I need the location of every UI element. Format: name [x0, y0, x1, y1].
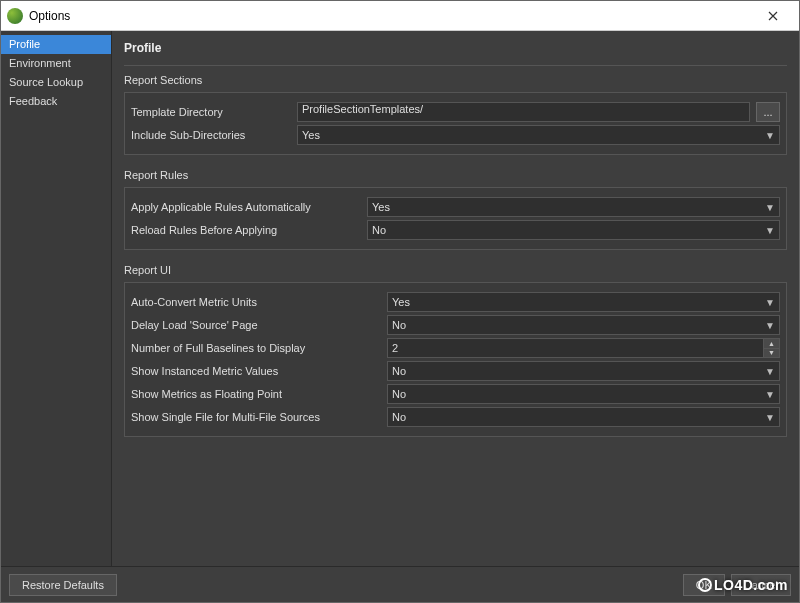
- delay-load-label: Delay Load 'Source' Page: [131, 319, 381, 331]
- template-directory-input[interactable]: ProfileSectionTemplates/: [297, 102, 750, 122]
- sidebar-item-environment[interactable]: Environment: [1, 54, 111, 73]
- cancel-button[interactable]: Cancel: [731, 574, 791, 596]
- chevron-down-icon: ▼: [765, 412, 775, 423]
- spinner-up-icon[interactable]: ▲: [763, 339, 779, 349]
- titlebar: Options: [1, 1, 799, 31]
- baselines-label: Number of Full Baselines to Display: [131, 342, 381, 354]
- close-icon: [768, 11, 778, 21]
- show-single-file-select[interactable]: No ▼: [387, 407, 780, 427]
- sidebar: Profile Environment Source Lookup Feedba…: [1, 31, 111, 566]
- reload-before-label: Reload Rules Before Applying: [131, 224, 361, 236]
- footer: Restore Defaults OK Cancel: [1, 566, 799, 602]
- chevron-down-icon: ▼: [765, 389, 775, 400]
- show-instanced-label: Show Instanced Metric Values: [131, 365, 381, 377]
- sidebar-item-label: Profile: [9, 38, 40, 50]
- content-panel: Profile Report Sections Template Directo…: [111, 31, 799, 566]
- window-title: Options: [29, 9, 70, 23]
- delay-load-select[interactable]: No ▼: [387, 315, 780, 335]
- show-single-file-label: Show Single File for Multi-File Sources: [131, 411, 381, 423]
- show-float-select[interactable]: No ▼: [387, 384, 780, 404]
- chevron-down-icon: ▼: [765, 225, 775, 236]
- chevron-down-icon: ▼: [765, 297, 775, 308]
- sidebar-item-source-lookup[interactable]: Source Lookup: [1, 73, 111, 92]
- sidebar-item-feedback[interactable]: Feedback: [1, 92, 111, 111]
- show-float-label: Show Metrics as Floating Point: [131, 388, 381, 400]
- chevron-down-icon: ▼: [765, 366, 775, 377]
- browse-button[interactable]: ...: [756, 102, 780, 122]
- chevron-down-icon: ▼: [765, 130, 775, 141]
- spinner-down-icon[interactable]: ▼: [763, 349, 779, 358]
- apply-auto-label: Apply Applicable Rules Automatically: [131, 201, 361, 213]
- page-title: Profile: [124, 37, 787, 66]
- sidebar-item-profile[interactable]: Profile: [1, 35, 111, 54]
- group-title: Report Rules: [124, 169, 787, 181]
- group-title: Report Sections: [124, 74, 787, 86]
- sidebar-item-label: Source Lookup: [9, 76, 83, 88]
- sidebar-item-label: Environment: [9, 57, 71, 69]
- app-icon: [7, 8, 23, 24]
- baselines-spinner[interactable]: 2 ▲ ▼: [387, 338, 780, 358]
- group-report-sections: Report Sections Template Directory Profi…: [124, 74, 787, 155]
- group-title: Report UI: [124, 264, 787, 276]
- template-directory-label: Template Directory: [131, 106, 291, 118]
- group-report-ui: Report UI Auto-Convert Metric Units Yes …: [124, 264, 787, 437]
- sidebar-item-label: Feedback: [9, 95, 57, 107]
- show-instanced-select[interactable]: No ▼: [387, 361, 780, 381]
- restore-defaults-button[interactable]: Restore Defaults: [9, 574, 117, 596]
- reload-before-select[interactable]: No ▼: [367, 220, 780, 240]
- auto-convert-label: Auto-Convert Metric Units: [131, 296, 381, 308]
- auto-convert-select[interactable]: Yes ▼: [387, 292, 780, 312]
- chevron-down-icon: ▼: [765, 320, 775, 331]
- close-button[interactable]: [753, 2, 793, 30]
- apply-auto-select[interactable]: Yes ▼: [367, 197, 780, 217]
- ok-button[interactable]: OK: [683, 574, 725, 596]
- include-sub-select[interactable]: Yes ▼: [297, 125, 780, 145]
- chevron-down-icon: ▼: [765, 202, 775, 213]
- group-report-rules: Report Rules Apply Applicable Rules Auto…: [124, 169, 787, 250]
- include-sub-label: Include Sub-Directories: [131, 129, 291, 141]
- options-window: Options Profile Environment Source Looku…: [0, 0, 800, 603]
